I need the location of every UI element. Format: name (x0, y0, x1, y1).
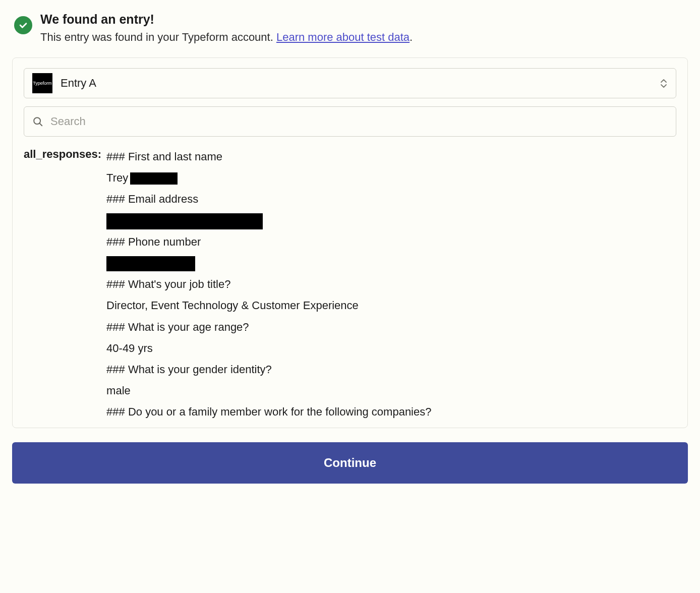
response-line: male (106, 382, 431, 399)
response-line: Trey (106, 169, 431, 187)
redacted-block (106, 213, 263, 229)
entry-panel: Typeform Entry A all_responses: ### Firs… (12, 57, 688, 428)
response-line: No (106, 424, 431, 428)
response-line: ### What is your age range? (106, 318, 431, 336)
svg-line-1 (39, 123, 42, 126)
typeform-logo: Typeform (32, 73, 52, 93)
search-icon (32, 116, 43, 127)
redacted-block (106, 256, 195, 271)
response-key: all_responses: (24, 148, 101, 161)
response-line: ### What's your job title? (106, 275, 431, 293)
response-line (106, 254, 431, 272)
response-data: all_responses: ### First and last nameTr… (24, 148, 676, 428)
search-input[interactable] (50, 115, 668, 128)
header: We found an entry! This entry was found … (12, 12, 688, 45)
response-line: 40-49 yrs (106, 339, 431, 357)
header-text: We found an entry! This entry was found … (40, 12, 413, 45)
response-line: Director, Event Technology & Customer Ex… (106, 296, 431, 314)
response-line: ### Do you or a family member work for t… (106, 403, 431, 421)
continue-button[interactable]: Continue (12, 442, 688, 484)
entry-select[interactable]: Typeform Entry A (24, 68, 676, 98)
search-box[interactable] (24, 106, 676, 137)
response-value: ### First and last nameTrey### Email add… (106, 148, 431, 428)
response-line: ### What is your gender identity? (106, 361, 431, 378)
response-line: ### Email address (106, 190, 431, 208)
success-check-icon (14, 16, 32, 34)
header-subtitle: This entry was found in your Typeform ac… (40, 29, 413, 45)
response-line: ### Phone number (106, 233, 431, 251)
redacted-block (130, 172, 178, 185)
learn-more-link[interactable]: Learn more about test data (276, 31, 410, 43)
response-line: ### First and last name (106, 148, 431, 165)
entry-selected-label: Entry A (61, 77, 660, 90)
subtitle-prefix: This entry was found in your Typeform ac… (40, 31, 276, 43)
header-title: We found an entry! (40, 12, 413, 27)
response-line (106, 212, 431, 229)
subtitle-suffix: . (410, 31, 413, 43)
select-chevron-icon (660, 77, 668, 89)
